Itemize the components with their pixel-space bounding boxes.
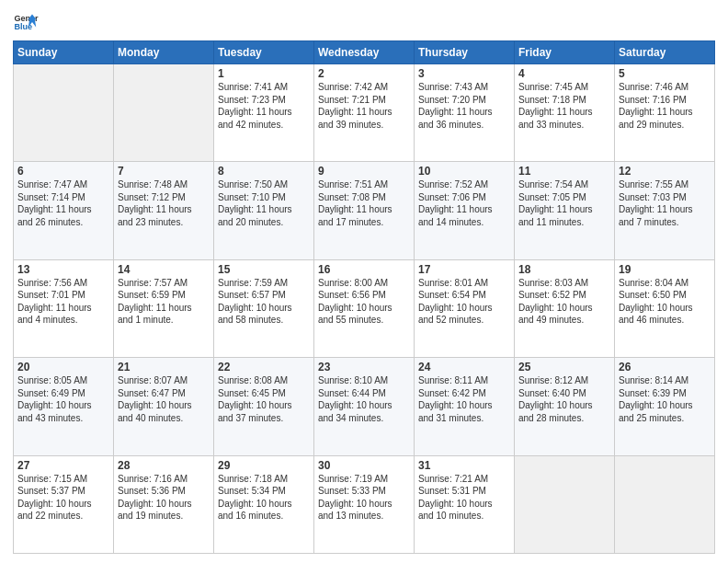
calendar-cell: 9Sunrise: 7:51 AM Sunset: 7:08 PM Daylig… — [314, 162, 415, 259]
calendar-cell: 16Sunrise: 8:00 AM Sunset: 6:56 PM Dayli… — [314, 259, 415, 357]
calendar-cell: 13Sunrise: 7:56 AM Sunset: 7:01 PM Dayli… — [14, 259, 114, 357]
day-number: 14 — [118, 263, 210, 276]
day-info: Sunrise: 7:15 AM Sunset: 5:37 PM Dayligh… — [17, 473, 109, 523]
page: General Blue SundayMondayTuesdayWednesda… — [0, 0, 728, 563]
day-info: Sunrise: 8:12 AM Sunset: 6:40 PM Dayligh… — [518, 374, 610, 424]
day-number: 5 — [619, 67, 711, 80]
day-number: 8 — [218, 165, 310, 178]
calendar-cell: 19Sunrise: 8:04 AM Sunset: 6:50 PM Dayli… — [615, 259, 715, 357]
day-info: Sunrise: 8:00 AM Sunset: 6:56 PM Dayligh… — [318, 277, 410, 327]
calendar-cell: 22Sunrise: 8:08 AM Sunset: 6:45 PM Dayli… — [214, 358, 314, 455]
calendar-cell: 24Sunrise: 8:11 AM Sunset: 6:42 PM Dayli… — [415, 358, 515, 455]
weekday-header-monday: Monday — [114, 41, 214, 64]
day-info: Sunrise: 7:54 AM Sunset: 7:05 PM Dayligh… — [518, 178, 610, 228]
day-number: 22 — [218, 361, 310, 373]
calendar-cell: 28Sunrise: 7:16 AM Sunset: 5:36 PM Dayli… — [114, 455, 214, 553]
day-info: Sunrise: 8:04 AM Sunset: 6:50 PM Dayligh… — [619, 277, 711, 327]
calendar-cell: 31Sunrise: 7:21 AM Sunset: 5:31 PM Dayli… — [415, 455, 515, 553]
day-info: Sunrise: 7:47 AM Sunset: 7:14 PM Dayligh… — [17, 178, 109, 228]
day-info: Sunrise: 8:05 AM Sunset: 6:49 PM Dayligh… — [17, 374, 109, 424]
calendar-cell: 20Sunrise: 8:05 AM Sunset: 6:49 PM Dayli… — [14, 358, 114, 455]
calendar-cell: 2Sunrise: 7:42 AM Sunset: 7:21 PM Daylig… — [314, 64, 415, 162]
calendar-cell: 6Sunrise: 7:47 AM Sunset: 7:14 PM Daylig… — [14, 162, 114, 259]
day-info: Sunrise: 7:55 AM Sunset: 7:03 PM Dayligh… — [619, 178, 711, 228]
day-info: Sunrise: 7:42 AM Sunset: 7:21 PM Dayligh… — [318, 81, 410, 131]
day-number: 19 — [619, 263, 711, 276]
calendar-cell: 30Sunrise: 7:19 AM Sunset: 5:33 PM Dayli… — [314, 455, 415, 553]
day-info: Sunrise: 7:21 AM Sunset: 5:31 PM Dayligh… — [418, 473, 510, 523]
calendar-cell: 14Sunrise: 7:57 AM Sunset: 6:59 PM Dayli… — [114, 259, 214, 357]
calendar-cell: 15Sunrise: 7:59 AM Sunset: 6:57 PM Dayli… — [214, 259, 314, 357]
calendar-cell: 8Sunrise: 7:50 AM Sunset: 7:10 PM Daylig… — [214, 162, 314, 259]
day-number: 11 — [518, 165, 610, 178]
weekday-header-saturday: Saturday — [615, 41, 715, 64]
day-info: Sunrise: 8:07 AM Sunset: 6:47 PM Dayligh… — [118, 374, 210, 424]
day-number: 30 — [318, 459, 410, 472]
calendar-cell: 5Sunrise: 7:46 AM Sunset: 7:16 PM Daylig… — [615, 64, 715, 162]
day-number: 10 — [418, 165, 510, 178]
day-info: Sunrise: 7:48 AM Sunset: 7:12 PM Dayligh… — [118, 178, 210, 228]
day-number: 2 — [318, 67, 410, 80]
day-number: 15 — [218, 263, 310, 276]
calendar-cell: 4Sunrise: 7:45 AM Sunset: 7:18 PM Daylig… — [515, 64, 615, 162]
calendar-cell: 11Sunrise: 7:54 AM Sunset: 7:05 PM Dayli… — [515, 162, 615, 259]
calendar-cell — [515, 455, 615, 553]
header: General Blue — [13, 9, 715, 35]
calendar-cell — [615, 455, 715, 553]
weekday-header-tuesday: Tuesday — [214, 41, 314, 64]
calendar-cell: 17Sunrise: 8:01 AM Sunset: 6:54 PM Dayli… — [415, 259, 515, 357]
logo-icon: General Blue — [13, 9, 39, 35]
day-number: 31 — [418, 459, 510, 472]
day-number: 26 — [619, 361, 711, 373]
calendar-cell: 3Sunrise: 7:43 AM Sunset: 7:20 PM Daylig… — [415, 64, 515, 162]
day-info: Sunrise: 8:11 AM Sunset: 6:42 PM Dayligh… — [418, 374, 510, 424]
day-info: Sunrise: 7:16 AM Sunset: 5:36 PM Dayligh… — [118, 473, 210, 523]
day-info: Sunrise: 7:57 AM Sunset: 6:59 PM Dayligh… — [118, 277, 210, 327]
calendar-cell: 7Sunrise: 7:48 AM Sunset: 7:12 PM Daylig… — [114, 162, 214, 259]
day-info: Sunrise: 7:46 AM Sunset: 7:16 PM Dayligh… — [619, 81, 711, 131]
day-info: Sunrise: 8:03 AM Sunset: 6:52 PM Dayligh… — [518, 277, 610, 327]
day-info: Sunrise: 7:59 AM Sunset: 6:57 PM Dayligh… — [218, 277, 310, 327]
calendar-cell: 27Sunrise: 7:15 AM Sunset: 5:37 PM Dayli… — [14, 455, 114, 553]
calendar-cell — [14, 64, 114, 162]
day-info: Sunrise: 7:56 AM Sunset: 7:01 PM Dayligh… — [17, 277, 109, 327]
day-number: 1 — [218, 67, 310, 80]
day-info: Sunrise: 7:51 AM Sunset: 7:08 PM Dayligh… — [318, 178, 410, 228]
day-number: 28 — [118, 459, 210, 472]
calendar-cell: 12Sunrise: 7:55 AM Sunset: 7:03 PM Dayli… — [615, 162, 715, 259]
calendar-cell — [114, 64, 214, 162]
day-number: 29 — [218, 459, 310, 472]
day-info: Sunrise: 7:19 AM Sunset: 5:33 PM Dayligh… — [318, 473, 410, 523]
weekday-header-wednesday: Wednesday — [314, 41, 415, 64]
day-number: 9 — [318, 165, 410, 178]
day-number: 4 — [518, 67, 610, 80]
day-info: Sunrise: 7:52 AM Sunset: 7:06 PM Dayligh… — [418, 178, 510, 228]
day-number: 24 — [418, 361, 510, 373]
weekday-header-friday: Friday — [515, 41, 615, 64]
day-number: 7 — [118, 165, 210, 178]
day-number: 17 — [418, 263, 510, 276]
day-number: 20 — [17, 361, 109, 373]
day-number: 3 — [418, 67, 510, 80]
day-info: Sunrise: 7:18 AM Sunset: 5:34 PM Dayligh… — [218, 473, 310, 523]
day-number: 16 — [318, 263, 410, 276]
calendar-cell: 29Sunrise: 7:18 AM Sunset: 5:34 PM Dayli… — [214, 455, 314, 553]
calendar-cell: 21Sunrise: 8:07 AM Sunset: 6:47 PM Dayli… — [114, 358, 214, 455]
calendar-cell: 26Sunrise: 8:14 AM Sunset: 6:39 PM Dayli… — [615, 358, 715, 455]
day-info: Sunrise: 8:01 AM Sunset: 6:54 PM Dayligh… — [418, 277, 510, 327]
day-number: 6 — [17, 165, 109, 178]
weekday-header-thursday: Thursday — [415, 41, 515, 64]
day-number: 12 — [619, 165, 711, 178]
day-info: Sunrise: 7:43 AM Sunset: 7:20 PM Dayligh… — [418, 81, 510, 131]
day-number: 18 — [518, 263, 610, 276]
day-info: Sunrise: 8:14 AM Sunset: 6:39 PM Dayligh… — [619, 374, 711, 424]
calendar-cell: 23Sunrise: 8:10 AM Sunset: 6:44 PM Dayli… — [314, 358, 415, 455]
weekday-header-sunday: Sunday — [14, 41, 114, 64]
calendar-cell: 10Sunrise: 7:52 AM Sunset: 7:06 PM Dayli… — [415, 162, 515, 259]
calendar-cell: 25Sunrise: 8:12 AM Sunset: 6:40 PM Dayli… — [515, 358, 615, 455]
day-number: 13 — [17, 263, 109, 276]
day-info: Sunrise: 7:50 AM Sunset: 7:10 PM Dayligh… — [218, 178, 310, 228]
day-number: 27 — [17, 459, 109, 472]
day-info: Sunrise: 8:08 AM Sunset: 6:45 PM Dayligh… — [218, 374, 310, 424]
logo: General Blue — [13, 9, 39, 35]
